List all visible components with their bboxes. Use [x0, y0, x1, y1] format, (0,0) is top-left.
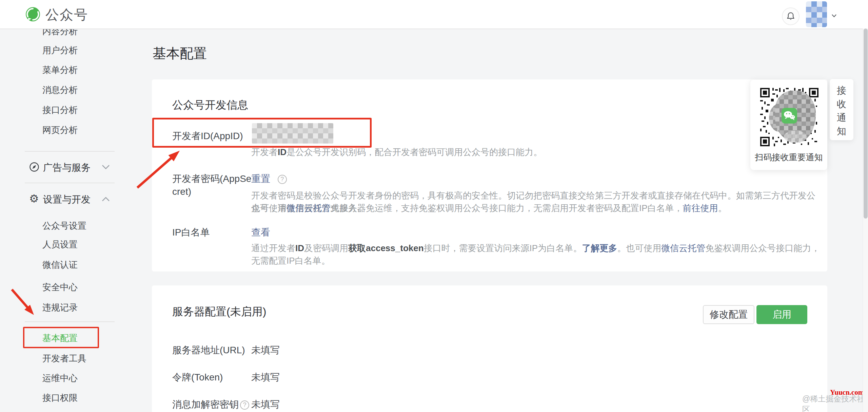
- text-segment: 开发者: [251, 147, 278, 157]
- chevron-down-icon: [102, 165, 110, 171]
- sidebar-item-account-settings[interactable]: 公众号设置: [42, 220, 86, 231]
- appid-value-redacted: [252, 123, 333, 144]
- sidebar-item-violation-records[interactable]: 违规记录: [42, 302, 78, 313]
- sidebar-item-security-center[interactable]: 安全中心: [42, 282, 78, 293]
- notifications-bell-button[interactable]: [782, 7, 800, 25]
- text-segment: 也可使用: [251, 203, 287, 213]
- text-segment: 。也可使用: [617, 243, 661, 253]
- sidebar-item-developer-tools[interactable]: 开发者工具: [42, 353, 86, 364]
- inline-link[interactable]: 微信云托管: [287, 203, 331, 213]
- annotation-arrow-basic-config: [8, 287, 41, 319]
- sidebar-group-settings-development[interactable]: 设置与开发: [43, 194, 91, 205]
- server-url-label: 服务器地址(URL): [172, 344, 245, 357]
- qr-code: [760, 88, 818, 146]
- compass-icon: [29, 162, 39, 173]
- text-segment: 是公众号开发识别码，配合开发者密码可调用公众号的接口能力。: [287, 147, 542, 157]
- sidebar-divider: [25, 321, 115, 322]
- encoding-aeskey-label: 消息加解密密钥?: [172, 398, 249, 411]
- sidebar-divider: [25, 183, 115, 183]
- sidebar-item-menu-analysis[interactable]: 菜单分析: [42, 64, 78, 75]
- receive-notifications-tab[interactable]: 接收通知: [830, 79, 853, 140]
- ip-whitelist-description: 通过开发者ID及密码调用获取access_token接口时，需要设置访问来源IP…: [251, 242, 823, 267]
- text-segment: 通过开发者: [251, 243, 295, 253]
- sidebar-item-webpage-analysis[interactable]: 网页分析: [42, 125, 78, 135]
- section-title-developer-info: 公众号开发信息: [172, 98, 248, 113]
- qr-notify-card: 扫码接收重要通知: [750, 80, 827, 170]
- sidebar-item-wechat-verification[interactable]: 微信认证: [42, 259, 78, 270]
- view-link[interactable]: 查看: [251, 227, 270, 238]
- text-segment: 获取access_token: [348, 243, 424, 253]
- watermark-site: Yuucn.com: [830, 388, 864, 397]
- appsecret-actions: 重置 ?: [251, 172, 287, 185]
- basic-configuration-page: 内容分析 用户分析 菜单分析 消息分析 接口分析 网页分析 广告与服务 ⚙ 设置…: [0, 0, 868, 412]
- wechat-logo-icon: [782, 108, 797, 124]
- help-icon[interactable]: ?: [240, 400, 249, 410]
- logo-text[interactable]: 公众号: [45, 7, 88, 22]
- inline-link[interactable]: 前往使用: [683, 203, 718, 213]
- modify-config-button[interactable]: 修改配置: [703, 305, 754, 324]
- official-accounts-logo-icon[interactable]: [25, 6, 41, 23]
- sidebar-item-api-analysis[interactable]: 接口分析: [42, 105, 78, 115]
- receive-notifications-label: 接收通知: [836, 84, 847, 138]
- token-label: 令牌(Token): [172, 371, 223, 384]
- account-caret-icon[interactable]: [831, 13, 837, 19]
- text-segment: 免服务器免运维，支持免鉴权调用公众号接口能力，无需启用开发者密码及配置IP白名单…: [331, 203, 683, 213]
- reset-link[interactable]: 重置: [251, 173, 270, 184]
- ip-whitelist-label: IP白名单: [172, 226, 210, 239]
- top-header: 公众号: [0, 0, 868, 29]
- chevron-up-icon: [102, 196, 110, 203]
- server-url-value: 未填写: [251, 344, 280, 357]
- qr-blur-blob: [784, 131, 807, 143]
- sidebar-group-ads-services[interactable]: 广告与服务: [43, 162, 91, 173]
- text-segment: ID: [278, 147, 287, 157]
- help-icon[interactable]: ?: [278, 175, 287, 184]
- sidebar-item-message-analysis[interactable]: 消息分析: [42, 85, 78, 95]
- scrollbar-thumb[interactable]: [864, 29, 868, 219]
- sidebar-item-staff-settings[interactable]: 人员设置: [42, 239, 78, 250]
- developer-info-card: 公众号开发信息 开发者ID(AppID) 开发者ID是公众号开发识别码，配合开发…: [152, 79, 827, 271]
- annotation-box-basic-configuration: [23, 327, 99, 348]
- text-segment: 及密码调用: [304, 243, 348, 253]
- gear-icon: ⚙: [29, 193, 39, 204]
- encoding-aeskey-value: 未填写: [251, 398, 280, 411]
- text-segment: 接口时，需要设置访问来源IP为白名单。: [424, 243, 582, 253]
- text-segment: ID: [295, 243, 304, 253]
- bell-icon: [786, 12, 795, 21]
- enable-button[interactable]: 启用: [756, 305, 807, 324]
- appsecret-label: 开发者密码(AppSecret): [172, 172, 252, 198]
- sidebar-divider: [25, 151, 115, 152]
- inline-link[interactable]: 微信云托管: [661, 243, 705, 253]
- server-config-card: 服务器配置(未启用) 修改配置 启用 服务器地址(URL) 未填写 令牌(Tok…: [152, 285, 827, 412]
- qr-caption: 扫码接收重要通知: [750, 152, 827, 163]
- ip-whitelist-actions: 查看: [251, 226, 270, 239]
- sidebar-item-operations-center[interactable]: 运维中心: [42, 373, 78, 383]
- inline-link[interactable]: 了解更多: [582, 243, 617, 253]
- sidebar-item-user-analysis[interactable]: 用户分析: [42, 45, 78, 56]
- appsecret-description-line2: 也可使用微信云托管免服务器免运维，支持免鉴权调用公众号接口能力，无需启用开发者密…: [251, 202, 823, 214]
- appid-description: 开发者ID是公众号开发识别码，配合开发者密码可调用公众号的接口能力。: [251, 146, 823, 158]
- token-value: 未填写: [251, 371, 280, 384]
- sidebar-item-api-permissions[interactable]: 接口权限: [42, 392, 78, 403]
- page-title: 基本配置: [153, 44, 207, 63]
- avatar[interactable]: [806, 1, 827, 27]
- scrollbar-track[interactable]: [863, 29, 868, 412]
- section-title-server-config: 服务器配置(未启用): [172, 304, 266, 319]
- text-segment: 。: [718, 203, 727, 213]
